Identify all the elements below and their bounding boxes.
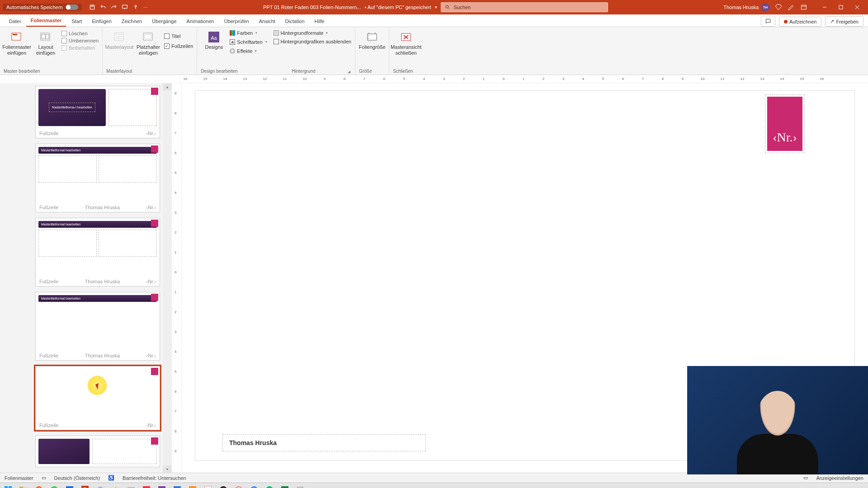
fusszeilen-checkbox[interactable]: Fußzeilen xyxy=(164,43,193,49)
tab-hilfe[interactable]: Hilfe xyxy=(310,16,329,27)
firefox-icon[interactable] xyxy=(33,484,45,488)
chrome-icon[interactable] xyxy=(48,484,61,488)
autosave-switch[interactable] xyxy=(66,5,78,10)
slide-number-placeholder[interactable]: ‹Nr.› xyxy=(765,94,805,153)
hintergrundformate-dropdown[interactable]: Hintergrundformate xyxy=(274,30,352,36)
qat-more-icon[interactable]: ⋯ xyxy=(143,5,148,10)
platzhalter-einfuegen-button[interactable]: Platzhalter einfügen xyxy=(135,29,161,56)
tab-ueberpruefen[interactable]: Überprüfen xyxy=(220,16,254,27)
powerpoint-icon[interactable]: P xyxy=(79,484,91,488)
tab-dictation[interactable]: Dictation xyxy=(281,16,309,27)
status-display[interactable]: Anzeigeeinstellungen xyxy=(816,475,863,481)
titel-checkbox[interactable]: Titel xyxy=(164,33,193,39)
scroll-down-icon[interactable]: ▾ xyxy=(163,465,172,473)
pen-icon[interactable] xyxy=(788,4,795,11)
beibehalten-button[interactable]: Beibehalten xyxy=(61,45,99,51)
search-box[interactable]: Suchen xyxy=(441,2,608,12)
ruler-mark: 5 xyxy=(602,77,604,81)
zoom-icon[interactable] xyxy=(248,484,260,488)
chevron-down-icon[interactable]: ▾ xyxy=(435,5,437,9)
undo-icon[interactable] xyxy=(100,4,106,10)
app-icon[interactable] xyxy=(232,484,245,488)
hg-ausblenden-checkbox[interactable]: Hintergrundgrafiken ausblenden xyxy=(274,39,352,44)
obs-icon[interactable] xyxy=(217,484,230,488)
tab-einfuegen[interactable]: Einfügen xyxy=(87,16,116,27)
ruler-mark: 16 xyxy=(820,77,824,81)
thumb-layout[interactable]: Mastertitelformat bearbeiten FußzeileTho… xyxy=(35,144,160,212)
slideshow-icon[interactable] xyxy=(122,4,128,10)
thumb-layout[interactable]: Mastertitelformat bearbeiten FußzeileTho… xyxy=(35,292,160,361)
app-icon[interactable] xyxy=(294,484,307,488)
layout-einfuegen-button[interactable]: Layout einfügen xyxy=(33,29,59,56)
footer-placeholder[interactable]: Thomas Hruska xyxy=(222,434,426,451)
maximize-button[interactable] xyxy=(833,2,849,13)
ruler-mark: 4 xyxy=(423,77,425,81)
thumb-layout[interactable]: Mastertitelformat bearbeiten FußzeileTho… xyxy=(35,218,160,286)
aufzeichnen-button[interactable]: Aufzeichnen xyxy=(779,17,822,27)
share-icon: ↗ xyxy=(830,19,834,24)
thumbnail-pane[interactable]: Mastertitelforma t bearbeiten Fußzeile‹N… xyxy=(0,83,172,473)
comments-icon[interactable] xyxy=(761,16,775,27)
masterlayout-button[interactable]: Masterlayout xyxy=(106,29,132,50)
filename[interactable]: PPT 01 Roter Faden 003 Folien-Nummern... xyxy=(263,5,361,10)
vlc-icon[interactable] xyxy=(109,484,122,488)
tab-animationen[interactable]: Animationen xyxy=(182,16,219,27)
todoist-icon[interactable] xyxy=(140,484,153,488)
user-account[interactable]: Thomas Hruska TH xyxy=(723,3,769,11)
umbenennen-button[interactable]: Umbenennen xyxy=(61,38,99,43)
tab-zeichnen[interactable]: Zeichnen xyxy=(117,16,146,27)
designs-button[interactable]: Aa Designs xyxy=(201,29,227,50)
magenta-badge-icon xyxy=(151,437,158,445)
freigeben-button[interactable]: ↗Freigeben xyxy=(825,16,863,27)
app-icon[interactable] xyxy=(125,484,137,488)
window-icon[interactable] xyxy=(800,4,807,11)
quick-access-toolbar: ⋯ xyxy=(89,4,148,10)
start-button[interactable] xyxy=(2,484,14,488)
loeschen-button[interactable]: Löschen xyxy=(61,31,99,36)
foliengroesse-button[interactable]: Foliengröße xyxy=(359,29,385,50)
thumbs-scrollbar[interactable]: ▴ ▾ xyxy=(163,83,172,473)
ruler-mark: 16 xyxy=(184,77,188,81)
effekte-dropdown[interactable]: Effekte xyxy=(230,48,267,54)
tab-uebergaenge[interactable]: Übergänge xyxy=(147,16,181,27)
app-icon[interactable] xyxy=(202,484,214,488)
delete-icon xyxy=(61,31,67,36)
farben-dropdown[interactable]: Farben xyxy=(230,30,267,36)
folienmaster-einfuegen-button[interactable]: Folienmaster einfügen xyxy=(4,29,30,56)
status-language[interactable]: Deutsch (Österreich) xyxy=(54,475,100,481)
visio-icon[interactable]: V xyxy=(171,484,184,488)
tab-datei[interactable]: Datei xyxy=(5,16,25,27)
autosave-toggle[interactable]: Automatisches Speichern xyxy=(3,4,82,11)
diamond-icon[interactable] xyxy=(775,4,782,11)
search-icon xyxy=(445,5,450,10)
edge-icon[interactable] xyxy=(263,484,276,488)
minimize-button[interactable] xyxy=(816,2,833,13)
thumb-layout-selected[interactable]: Fußzeile‹Nr.› xyxy=(35,366,160,430)
tab-start[interactable]: Start xyxy=(67,16,86,27)
touch-icon[interactable] xyxy=(132,4,139,10)
save-icon[interactable] xyxy=(89,4,95,10)
outlook-icon[interactable]: O xyxy=(63,484,76,488)
excel-icon[interactable]: X xyxy=(278,484,291,488)
horizontal-ruler[interactable]: 1615141312111098765432101234567891011121… xyxy=(172,75,868,83)
ruler-mark: 15 xyxy=(800,77,804,81)
schriftarten-dropdown[interactable]: ASchriftarten xyxy=(230,39,267,45)
file-explorer-icon[interactable] xyxy=(17,484,30,488)
tab-ansicht[interactable]: Ansicht xyxy=(255,16,280,27)
scroll-up-icon[interactable]: ▴ xyxy=(163,83,172,90)
status-accessibility[interactable]: Barrierefreiheit: Untersuchen xyxy=(123,475,186,481)
vertical-ruler[interactable]: 9876543210123456789 xyxy=(172,83,182,473)
tab-folienmaster[interactable]: Folienmaster xyxy=(26,15,66,27)
app-icon[interactable] xyxy=(94,484,107,488)
onenote-icon[interactable]: N xyxy=(156,484,168,488)
status-mode[interactable]: Folienmaster xyxy=(5,475,33,481)
masteransicht-schliessen-button[interactable]: Masteransicht schließen xyxy=(393,29,419,56)
close-button[interactable] xyxy=(849,2,865,13)
redo-icon[interactable] xyxy=(111,4,117,10)
svg-rect-2 xyxy=(122,5,127,8)
ribbon: Folienmaster einfügen Layout einfügen Lö… xyxy=(0,27,868,75)
thumb-layout[interactable] xyxy=(35,436,160,467)
thumb-layout[interactable]: Mastertitelforma t bearbeiten Fußzeile‹N… xyxy=(35,86,160,138)
app-icon[interactable] xyxy=(186,484,199,488)
dialog-launcher-icon[interactable]: ◢ xyxy=(348,70,351,74)
